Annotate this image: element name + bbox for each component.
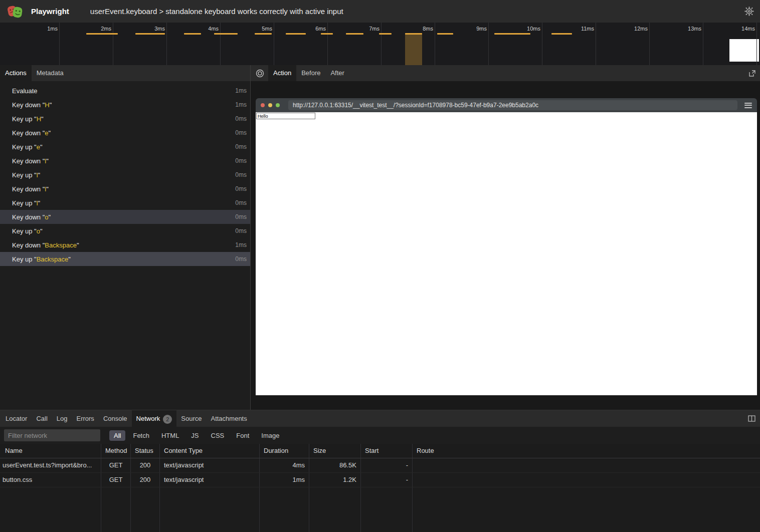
tab-source[interactable]: Source	[176, 410, 206, 427]
action-key-quote: "	[50, 101, 52, 109]
snapshot-browser: http://127.0.0.1:63315/__vitest_test__/?…	[256, 98, 757, 395]
action-row[interactable]: Key up "o"0ms	[0, 224, 250, 238]
tab-console[interactable]: Console	[99, 410, 132, 427]
timeline-tick-label: 4ms	[208, 26, 219, 32]
tab-attachments[interactable]: Attachments	[206, 410, 251, 427]
column-header-size: Size	[309, 444, 361, 458]
timeline-action-marker	[214, 33, 238, 35]
tab-call[interactable]: Call	[32, 410, 52, 427]
filler-cell	[0, 487, 101, 532]
action-duration: 0ms	[235, 255, 247, 262]
column-header-route: Route	[413, 444, 760, 458]
action-key: H	[45, 101, 49, 109]
tab-before[interactable]: Before	[296, 65, 325, 81]
action-title: Evaluate	[12, 87, 38, 95]
filter-chip-css[interactable]: CSS	[207, 430, 229, 441]
action-title: Key up "	[12, 115, 37, 123]
action-duration: 1ms	[235, 101, 247, 108]
action-key-quote: "	[49, 213, 51, 221]
timeline-gridline	[166, 23, 167, 65]
tab-metadata[interactable]: Metadata	[32, 65, 69, 81]
filler-cell	[361, 487, 413, 532]
action-row[interactable]: Evaluate1ms	[0, 84, 250, 98]
action-title: Key up "	[12, 227, 37, 235]
filler-cell	[413, 487, 760, 532]
tab-after[interactable]: After	[325, 65, 349, 81]
timeline-tick-label: 11ms	[581, 26, 594, 32]
cell-content-type: text/javascript	[160, 473, 260, 487]
tab-log[interactable]: Log	[52, 410, 72, 427]
network-table: NameMethodStatusContent TypeDurationSize…	[0, 444, 760, 532]
action-row[interactable]: Key up "H"0ms	[0, 112, 250, 126]
columns-icon[interactable]	[748, 415, 755, 422]
timeline-tick-label: 5ms	[262, 26, 272, 32]
action-key-quote: "	[68, 255, 71, 263]
filter-network-input[interactable]	[4, 429, 100, 441]
gear-icon[interactable]	[744, 7, 754, 16]
timeline-action-marker	[379, 33, 392, 35]
action-list: Evaluate1msKey down "H"1msKey up "H"0msK…	[0, 81, 250, 410]
timeline-gridline	[649, 23, 650, 65]
network-row[interactable]: button.cssGET200text/javascript1ms1.2K-	[0, 473, 760, 487]
network-table-header: NameMethodStatusContent TypeDurationSize…	[0, 444, 760, 458]
action-row[interactable]: Key up "l"0ms	[0, 196, 250, 210]
cell-start: -	[361, 458, 413, 472]
action-row[interactable]: Key down "o"0ms	[0, 210, 250, 224]
network-count-badge: 2	[163, 415, 172, 424]
action-row[interactable]: Key down "Backspace"1ms	[0, 238, 250, 252]
action-title: Key down "	[12, 157, 45, 165]
action-row[interactable]: Key down "l"0ms	[0, 154, 250, 168]
action-row[interactable]: Key down "e"0ms	[0, 126, 250, 140]
timeline-tick-label: 7ms	[369, 26, 379, 32]
filter-chip-all[interactable]: All	[109, 430, 125, 441]
action-title: Key down "	[12, 185, 45, 193]
action-duration: 0ms	[235, 129, 247, 136]
action-duration: 0ms	[235, 185, 247, 192]
filter-chip-html[interactable]: HTML	[157, 430, 183, 441]
network-row[interactable]: userEvent.test.ts?import&bro...GET200tex…	[0, 458, 760, 473]
timeline-tick-label: 14ms	[741, 26, 755, 32]
snapshot-tabstrip: ActionBeforeAfter	[251, 65, 760, 81]
action-key-quote: "	[49, 129, 51, 137]
action-title: Key up "	[12, 143, 37, 151]
cell-size: 1.2K	[309, 473, 361, 487]
cell-start: -	[361, 473, 413, 487]
cell-method: GET	[101, 458, 131, 472]
filter-chip-image[interactable]: Image	[257, 430, 284, 441]
timeline-action-marker	[346, 33, 363, 35]
action-row[interactable]: Key down "H"1ms	[0, 98, 250, 112]
tab-actions[interactable]: Actions	[0, 65, 32, 81]
action-key-quote: "	[46, 157, 49, 165]
target-icon[interactable]	[256, 69, 264, 78]
action-title: Key down "	[12, 101, 45, 109]
tab-locator[interactable]: Locator	[1, 410, 32, 427]
action-row[interactable]: Key up "e"0ms	[0, 140, 250, 154]
snapshot-text-input[interactable]	[256, 113, 315, 119]
tab-action[interactable]: Action	[268, 65, 296, 81]
cell-name: button.css	[0, 473, 101, 487]
tab-errors[interactable]: Errors	[72, 410, 98, 427]
external-link-icon[interactable]	[748, 70, 756, 77]
playwright-logo-icon	[7, 5, 23, 19]
actions-panel: ActionsMetadata Evaluate1msKey down "H"1…	[0, 65, 250, 410]
filter-chip-fetch[interactable]: Fetch	[128, 430, 154, 441]
filter-chip-js[interactable]: JS	[186, 430, 203, 441]
action-row[interactable]: Key up "l"0ms	[0, 168, 250, 182]
timeline-gridline	[756, 23, 757, 65]
action-row[interactable]: Key down "l"0ms	[0, 182, 250, 196]
action-key: Backspace	[37, 255, 69, 263]
browser-chrome: http://127.0.0.1:63315/__vitest_test__/?…	[256, 98, 757, 112]
action-row[interactable]: Key up "Backspace"0ms	[0, 252, 250, 266]
timeline-gridline	[703, 23, 703, 65]
timeline-tick-label: 13ms	[688, 26, 701, 32]
timeline-action-marker	[135, 33, 165, 35]
timeline-tick-label: 9ms	[476, 26, 487, 32]
tab-network[interactable]: Network2	[132, 410, 177, 427]
action-title: Key down "	[12, 213, 45, 221]
timeline[interactable]: 1ms2ms3ms4ms5ms6ms7ms8ms9ms10ms11ms12ms1…	[0, 23, 760, 65]
filmstrip-thumbnail[interactable]	[729, 39, 759, 62]
url-bar: http://127.0.0.1:63315/__vitest_test__/?…	[288, 100, 737, 110]
filter-chip-font[interactable]: Font	[232, 430, 254, 441]
traffic-light-green-icon	[276, 103, 280, 107]
cell-status: 200	[131, 473, 160, 487]
